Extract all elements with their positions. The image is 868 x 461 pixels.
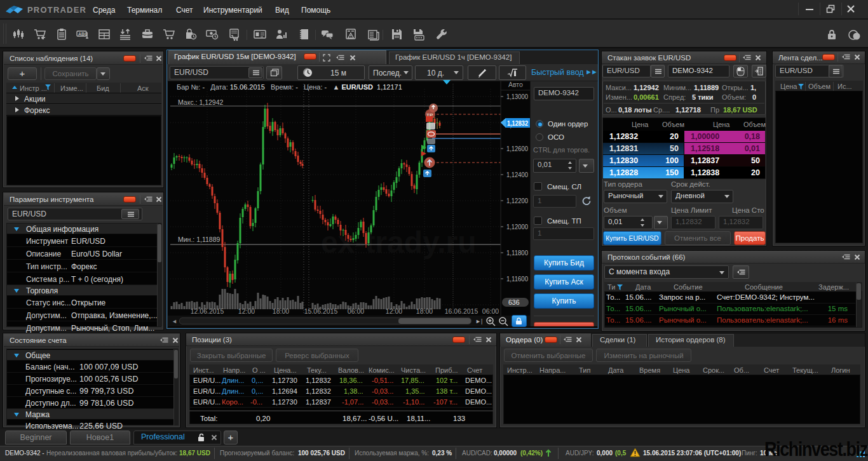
svg-text:16.06.2015: 16.06.2015 bbox=[445, 307, 478, 315]
svg-text:12:00: 12:00 bbox=[238, 307, 255, 315]
svg-text:1,12000: 1,12000 bbox=[506, 223, 528, 230]
svg-text:ABC: ABC bbox=[78, 32, 88, 36]
svg-text:1,13000: 1,13000 bbox=[506, 93, 528, 100]
svg-text:1,11600: 1,11600 bbox=[506, 275, 528, 283]
svg-text:1,11800: 1,11800 bbox=[506, 249, 528, 257]
svg-text:06:00: 06:00 bbox=[348, 307, 364, 315]
svg-text:ex-trady.ru: ex-trady.ru bbox=[321, 225, 477, 259]
svg-text:12:00: 12:00 bbox=[386, 307, 402, 315]
svg-text:Макс.: 1,12942: Макс.: 1,12942 bbox=[178, 98, 224, 106]
svg-text:12.06.2015: 12.06.2015 bbox=[191, 307, 224, 315]
svg-text:18:00: 18:00 bbox=[273, 307, 289, 315]
svg-text:Авто: Авто bbox=[508, 81, 523, 88]
svg-text:1,12200: 1,12200 bbox=[506, 197, 528, 204]
svg-text:636: 636 bbox=[508, 298, 520, 306]
svg-text:18:00: 18:00 bbox=[416, 307, 433, 315]
svg-text:15.06.2015: 15.06.2015 bbox=[304, 307, 338, 315]
svg-text:1,12400: 1,12400 bbox=[506, 171, 528, 178]
svg-text:Мин.: 1,11889: Мин.: 1,11889 bbox=[178, 236, 220, 243]
svg-text:1,12600: 1,12600 bbox=[506, 145, 528, 152]
svg-text:1,12832: 1,12832 bbox=[507, 119, 528, 127]
svg-text:06:00: 06:00 bbox=[482, 307, 499, 315]
